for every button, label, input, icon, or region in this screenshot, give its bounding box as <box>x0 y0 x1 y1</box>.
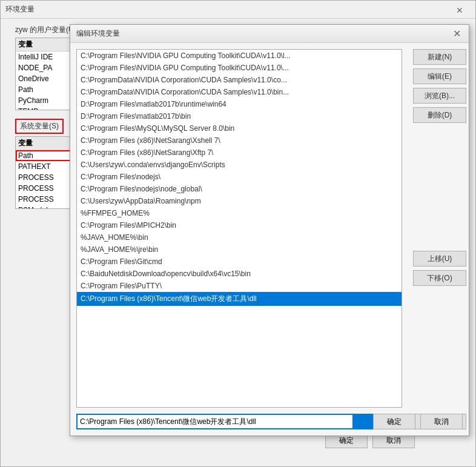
path-input-row <box>76 414 402 429</box>
path-list-item[interactable]: C:\Users\zyw\.conda\envs\djangoEnv\Scrip… <box>77 159 402 171</box>
path-list-item[interactable]: D:\Program Files\matlab2017b\runtime\win… <box>77 98 402 110</box>
path-list-item[interactable]: C:\Program Files\MPICH2\bin <box>77 219 402 231</box>
bg-window-title: 环境变量 <box>5 4 35 15</box>
bg-close-icon[interactable]: ✕ <box>456 5 463 15</box>
path-list-item[interactable]: C:\Program Files\nodejs\node_global\ <box>77 183 402 195</box>
path-list-item[interactable]: C:\ProgramData\NVIDIA Corporation\CUDA S… <box>77 74 402 86</box>
edit-env-dialog: 编辑环境变量 ✕ C:\Program Files\NVIDIA GPU Com… <box>70 24 469 436</box>
dialog-new-btn[interactable]: 新建(N) <box>413 49 466 65</box>
path-list-item-selected[interactable]: C:\Program Files (x86)\Tencent\微信web开发者工… <box>77 292 402 306</box>
path-list-item[interactable]: %JAVA_HOME%\bin <box>77 231 402 243</box>
path-list-item[interactable]: C:\Program Files\Git\cmd <box>77 256 402 268</box>
dialog-move-up-btn[interactable]: 上移(U) <box>413 251 466 267</box>
dialog-bottom-buttons: 确定 取消 <box>373 414 463 429</box>
path-list-item[interactable]: C:\Program Files\NVIDIA GPU Computing To… <box>77 50 402 62</box>
dialog-move-down-btn[interactable]: 下移(O) <box>413 270 466 286</box>
dialog-ok-btn[interactable]: 确定 <box>373 414 415 429</box>
dialog-button-panel: 新建(N) 编辑(E) 浏览(B)... 删除(D) 上移(U) 下移(O) 编… <box>408 43 469 436</box>
path-list: C:\Program Files\NVIDIA GPU Computing To… <box>76 49 402 408</box>
path-list-item[interactable]: %FFMPEG_HOME% <box>77 207 402 219</box>
path-input[interactable] <box>78 416 352 428</box>
path-list-item[interactable]: C:\Program Files\PuTTY\ <box>77 280 402 292</box>
path-list-item[interactable]: C:\Program Files (x86)\NetSarang\Xshell … <box>77 134 402 147</box>
path-list-item[interactable]: C:\Users\zyw\AppData\Roaming\npm <box>77 195 402 207</box>
dialog-browse-btn[interactable]: 浏览(B)... <box>413 88 466 104</box>
path-list-item[interactable]: C:\BaiduNetdiskDownload\opencv\build\x64… <box>77 268 402 280</box>
path-list-item[interactable]: C:\Program Files (x86)\NetSarang\Xftp 7\ <box>77 147 402 159</box>
dialog-cancel-btn[interactable]: 取消 <box>420 414 463 429</box>
dialog-delete-btn[interactable]: 删除(D) <box>413 107 466 123</box>
dialog-title: 编辑环境变量 <box>76 28 120 39</box>
dialog-close-icon[interactable]: ✕ <box>451 28 463 40</box>
sys-section-header: 系统变量(S) <box>20 122 59 130</box>
path-list-item[interactable]: %JAVA_HOME%\jre\bin <box>77 243 402 256</box>
path-list-item[interactable]: C:\ProgramData\NVIDIA Corporation\CUDA S… <box>77 86 402 98</box>
dialog-edit-btn[interactable]: 编辑(E) <box>413 68 466 84</box>
path-list-item[interactable]: C:\Program Files\NVIDIA GPU Computing To… <box>77 62 402 74</box>
path-list-item[interactable]: D:\Program Files\matlab2017b\bin <box>77 110 402 122</box>
path-list-item[interactable]: C:\Program Files\nodejs\ <box>77 171 402 183</box>
path-list-item[interactable]: C:\Program Files\MySQL\MySQL Server 8.0\… <box>77 122 402 134</box>
